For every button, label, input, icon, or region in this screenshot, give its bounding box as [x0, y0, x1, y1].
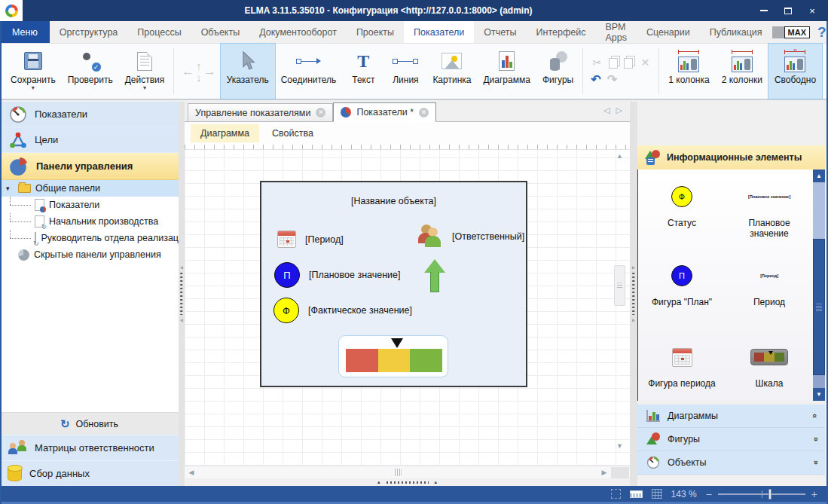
scroll-right-icon[interactable]: ▶ [597, 469, 611, 476]
fit-selection-icon[interactable] [611, 489, 621, 499]
menu-item-orgstructure[interactable]: Оргструктура [50, 21, 127, 43]
menu-item-reports[interactable]: Отчеты [474, 21, 526, 43]
section-diagrams[interactable]: Диаграммы « [637, 405, 825, 428]
vertical-scroll-thumb[interactable] [614, 265, 625, 306]
collapse-down-icon[interactable]: ▴ [377, 479, 380, 485]
scale-widget[interactable] [338, 335, 448, 377]
zoom-slider-handle[interactable] [768, 489, 771, 499]
collapse-down-icon[interactable]: ▴ [435, 479, 438, 485]
responsible-element[interactable]: [Ответственный] [416, 225, 524, 249]
arrow-up-icon[interactable]: ↑ [196, 60, 202, 72]
redo-button[interactable]: ↷ [607, 72, 617, 87]
panel-scroll-thumb[interactable] [813, 239, 825, 375]
menu-item-bpm-apps[interactable]: BPM Apps [595, 21, 637, 43]
palette-item-status[interactable]: Ф Статус [638, 170, 726, 249]
sidebar-item-indicators[interactable]: Показатели [0, 102, 179, 127]
sidebar-item-goals[interactable]: Цели [0, 127, 179, 153]
collapse-icon[interactable]: ▾ [6, 185, 14, 192]
arrow-right-icon[interactable]: → [203, 64, 216, 79]
collapse-left-icon[interactable]: ◃ [180, 317, 183, 323]
tree-item-common-panels[interactable]: ▾ Общие панели [0, 180, 179, 197]
palette-item-scale[interactable]: Шкала [726, 330, 813, 401]
menu-item-publication[interactable]: Публикация [700, 21, 772, 43]
scroll-left-icon[interactable]: ◀ [185, 469, 198, 476]
info-elements-header[interactable]: Информационные элементы [637, 145, 825, 170]
menu-item-scenarios[interactable]: Сценарии [637, 21, 700, 43]
trend-up-arrow[interactable] [424, 259, 445, 294]
tab-scroll-left-icon[interactable]: ◁ [603, 105, 610, 115]
panel-splitter[interactable]: ▹▹ [630, 102, 637, 486]
arrow-left-icon[interactable]: ← [182, 64, 194, 79]
line-tool[interactable]: Линия [384, 44, 426, 99]
palette-item-period-figure[interactable]: Фигура периода [638, 330, 726, 401]
zoom-out-icon[interactable]: − [706, 488, 712, 500]
indicator-template-box[interactable]: [Название объекта] [Период] [Ответственн… [260, 181, 527, 387]
actions-button[interactable]: Действия▾ [119, 44, 171, 99]
menu-item-objects[interactable]: Объекты [191, 21, 250, 43]
zoom-slider[interactable]: − + [706, 488, 817, 500]
bottom-splitter[interactable]: ▴▴ [185, 478, 630, 486]
diagram-canvas[interactable]: [Название объекта] [Период] [Ответственн… [185, 145, 630, 466]
paste-button[interactable] [624, 58, 633, 69]
collapse-right-icon[interactable]: ▹ [632, 317, 635, 323]
picture-tool[interactable]: Картинка [426, 44, 477, 99]
text-tool[interactable]: T Текст [342, 44, 384, 99]
menu-item-projects[interactable]: Проекты [347, 21, 404, 43]
menu-item-docflow[interactable]: Документооборот [249, 21, 347, 43]
pointer-tool[interactable]: Указатель [221, 44, 275, 99]
delete-button[interactable]: ✕ [639, 57, 651, 69]
plan-value-element[interactable]: П [Плановое значение] [274, 262, 401, 288]
panel-scrollbar[interactable]: ▲ ▼ [813, 170, 825, 401]
save-button[interactable]: Сохранить▾ [5, 44, 62, 99]
cut-button[interactable]: ✂ [591, 57, 603, 69]
subtab-diagram[interactable]: Диаграмма [191, 124, 259, 142]
help-button[interactable]: ? [817, 24, 826, 41]
free-layout-button[interactable]: n Свободно [768, 44, 822, 99]
refresh-button[interactable]: ↻ Обновить [0, 412, 179, 435]
close-tab-icon[interactable]: ✕ [419, 108, 429, 118]
minimize-button[interactable] [754, 4, 774, 17]
menu-button[interactable]: Меню [0, 21, 50, 43]
menu-item-indicators[interactable]: Показатели [404, 21, 474, 43]
collapse-left-icon[interactable]: ◃ [180, 264, 183, 270]
shapes-tool[interactable]: Фигуры [536, 44, 579, 99]
fact-value-element[interactable]: Ф [Фактическое значение] [273, 298, 412, 323]
grid-toggle-icon[interactable] [652, 489, 662, 499]
scroll-down-icon[interactable]: ▼ [813, 388, 825, 401]
object-title-placeholder[interactable]: [Название объекта] [261, 196, 526, 206]
tab-indicator-management[interactable]: Управление показателями ✕ [188, 103, 333, 121]
subtab-properties[interactable]: Свойства [262, 124, 323, 142]
section-objects[interactable]: Объекты « [637, 451, 825, 475]
tab-indicators[interactable]: Показатели * ✕ [333, 102, 436, 122]
period-element[interactable]: [Период] [277, 231, 344, 248]
scroll-down-icon[interactable]: ▼ [613, 441, 626, 452]
scroll-up-icon[interactable]: ▲ [813, 170, 825, 182]
tree-item-sales-head[interactable]: ↻ Руководитель отдела реализац [0, 230, 179, 246]
horizontal-scroll-track[interactable] [198, 466, 597, 478]
sidebar-item-data-collection[interactable]: Сбор данных [0, 460, 179, 486]
tree-item-hidden-panels[interactable]: Скрытые панели управления [0, 246, 179, 263]
palette-item-plan-figure[interactable]: П Фигура "План" [638, 249, 726, 330]
zoom-slider-track[interactable] [718, 493, 805, 495]
tree-item-production-chief[interactable]: ↻ Начальник производства [0, 213, 179, 230]
canvas-horizontal-scrollbar[interactable]: ◀ ▶ [185, 466, 630, 478]
close-button[interactable]: × [802, 4, 822, 17]
sidebar-item-responsibility-matrices[interactable]: Матрицы ответственности [0, 435, 179, 460]
menu-item-interface[interactable]: Интерфейс [527, 21, 596, 43]
canvas-vertical-scrollbar[interactable]: ▲ ▼ [613, 151, 626, 452]
palette-item-plan-value[interactable]: [Плановое значение] Плановое значение [726, 170, 813, 249]
tree-item-indicators-panel[interactable]: Показатели [0, 197, 179, 213]
diagram-tool[interactable]: Диаграмма [477, 44, 536, 99]
close-tab-icon[interactable]: ✕ [316, 108, 325, 118]
undo-button[interactable]: ↶ [591, 72, 600, 87]
scroll-up-icon[interactable]: ▲ [613, 151, 626, 162]
ruler-toggle-icon[interactable] [630, 490, 643, 498]
arrow-down-icon[interactable]: ↓ [196, 72, 202, 83]
maximize-button[interactable] [778, 4, 798, 17]
tab-scroll-right-icon[interactable]: ▷ [616, 105, 622, 115]
connector-tool[interactable]: Соединитель [275, 44, 343, 99]
palette-item-period[interactable]: [Период] Период [726, 249, 813, 330]
collapse-right-icon[interactable]: ▹ [632, 264, 635, 270]
max-toggle[interactable]: MAX [772, 26, 810, 38]
sidebar-splitter[interactable]: ◃◃ [179, 102, 185, 486]
